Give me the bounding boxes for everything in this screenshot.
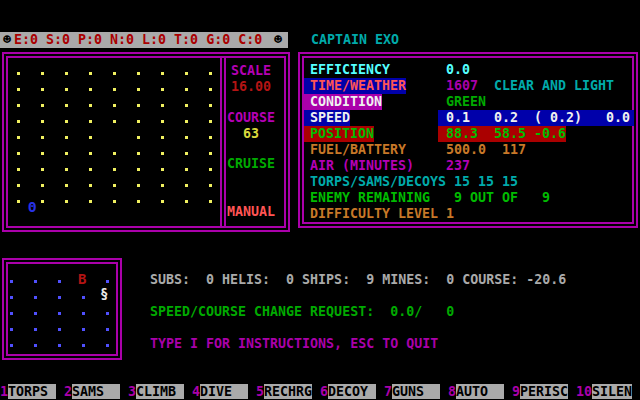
radar-range-dot [113,152,116,155]
radar-range-dot [185,168,188,171]
fuel-battery-label: FUEL/BATTERY [304,142,406,158]
radar-range-dot [161,152,164,155]
course-value: 63 [222,126,280,142]
function-key-2[interactable]: 2SAMS [64,384,120,400]
radar-range-dot [185,104,188,107]
difficulty-label: DIFFICULTY LEVEL 1 [304,206,454,222]
radar-range-dot [17,104,20,107]
radar-range-dot [17,88,20,91]
radar-range-dot [137,136,140,139]
condition-label: CONDITION [304,94,382,110]
function-key-3[interactable]: 3CLIMB [128,384,184,400]
value-part: 0.1 0.2 ( 0.2) 0.0 [446,110,630,125]
course-label: COURSE [222,110,280,126]
damage-status-bar: ☻ E:0 S:0 P:0 N:0 L:0 T:0 G:0 C:0 ☻ [0,32,288,48]
radar-range-dot [137,120,140,123]
function-key-7[interactable]: 7GUNS [384,384,440,400]
status-row-efficiency: EFFICIENCY0.0 [304,62,632,78]
function-key-number: 6 [320,384,328,399]
mini-map-dot [82,312,85,315]
function-key-number: 9 [512,384,520,399]
radar-range-dot [41,168,44,171]
radar-range-dot [65,136,68,139]
status-row-time-weather: TIME/WEATHER1607 CLEAR AND LIGHT [304,78,632,94]
mini-map-dot [58,328,61,331]
function-key-number: 5 [256,384,264,399]
function-key-4[interactable]: 4DIVE [192,384,248,400]
function-key-5[interactable]: 5RECHRG [256,384,312,400]
radar-range-dot [89,152,92,155]
radar-range-dot [161,88,164,91]
mini-map-dot [58,344,61,347]
function-key-8[interactable]: 8AUTO [448,384,504,400]
mini-map-dot [82,344,85,347]
radar-range-dot [185,152,188,155]
radar-range-dot [89,200,92,203]
radar-range-dot [17,136,20,139]
status-panel-rows: EFFICIENCY0.0TIME/WEATHER1607 CLEAR AND … [302,56,634,224]
radar-range-dot [17,168,20,171]
radar-range-dot [17,72,20,75]
radar-range-dot [185,88,188,91]
radar-range-dot [65,200,68,203]
mini-map-dot [82,296,85,299]
radar-range-dot [65,168,68,171]
enemy-remaining-value: 9 OUT OF 9 [454,190,550,206]
mini-map-dot [10,312,13,315]
radar-range-dot [161,184,164,187]
radar-range-dot [161,200,164,203]
position-label: POSITION [304,126,374,142]
function-key-label: SAMS [72,384,120,399]
function-key-label: GUNS [392,384,440,399]
mini-map-dot [106,312,109,315]
function-key-label: SILEN [592,384,632,399]
time-weather-value: 1607 CLEAR AND LIGHT [446,78,614,94]
status-row-torps-sams-decoys: TORPS/SAMS/DECOYS15 15 15 [304,174,632,190]
radar-range-dot [89,88,92,91]
status-panel: EFFICIENCY0.0TIME/WEATHER1607 CLEAR AND … [298,52,638,228]
status-row-condition: CONDITIONGREEN [304,94,632,110]
function-key-9[interactable]: 9PERISC [512,384,568,400]
condition-value: GREEN [446,94,486,110]
mini-map-dot [34,312,37,315]
radar-range-dot [209,72,212,75]
tactical-map-panel: Θ SCALE 16.00 COURSE 63 CRUISE MANUAL [2,52,290,232]
status-row-fuel-battery: FUEL/BATTERY500.0 117 [304,142,632,158]
radar-range-dot [113,72,116,75]
mini-map-panel: B§ [2,258,122,360]
radar-range-dot [65,88,68,91]
smiley-face-icon-right: ☻ [274,32,282,48]
radar-range-dot [65,72,68,75]
mini-map-dot [106,344,109,347]
damage-status-text: E:0 S:0 P:0 N:0 L:0 T:0 G:0 C:0 [14,32,262,48]
radar-range-dot [209,104,212,107]
function-key-number: 1 [0,384,8,399]
speed-value: 0.1 0.2 ( 0.2) 0.0 [438,110,634,126]
radar-range-dot [137,104,140,107]
radar-range-dot [17,152,20,155]
radar-range-dot [137,152,140,155]
status-row-difficulty: DIFFICULTY LEVEL 1 [304,206,632,222]
smiley-face-icon-left: ☻ [3,32,11,48]
function-key-10[interactable]: 10SILEN [576,384,632,400]
radar-range-dot [209,184,212,187]
function-key-bar: 1TORPS 2SAMS 3CLIMB 4DIVE 5RECHRG6DECOY … [0,384,640,400]
radar-range-dot [41,72,44,75]
radar-range-dot [113,168,116,171]
radar-range-dot [209,200,212,203]
radar-range-dot [65,152,68,155]
time-weather-label: TIME/WEATHER [304,78,406,94]
function-key-6[interactable]: 6DECOY [320,384,376,400]
radar-range-dot [113,200,116,203]
mini-map-dot [34,296,37,299]
function-key-number: 3 [128,384,136,399]
torps-sams-decoys-value: 15 15 15 [454,174,518,190]
function-key-1[interactable]: 1TORPS [0,384,56,400]
mini-map-dot [34,344,37,347]
value-part: 0.0 [446,62,470,77]
radar-range-dot [17,120,20,123]
value-part: 88.3 58.5 -0.6 [446,126,566,141]
radar-range-dot [209,152,212,155]
function-key-label: DIVE [200,384,248,399]
radar-range-dot [161,136,164,139]
